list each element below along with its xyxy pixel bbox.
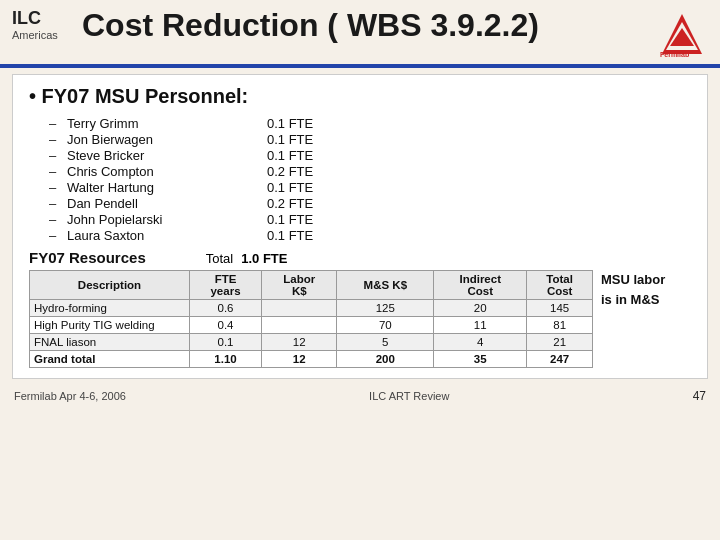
table-cell: 0.1 (190, 334, 262, 351)
footer-left: Fermilab Apr 4-6, 2006 (14, 390, 126, 402)
person-row: –Steve Bricker0.1 FTE (49, 148, 691, 163)
footer: Fermilab Apr 4-6, 2006 ILC ART Review 47 (0, 383, 720, 407)
table-cell: FNAL liason (30, 334, 190, 351)
table-cell: 1.10 (190, 351, 262, 368)
table-row: Grand total1.101220035247 (30, 351, 593, 368)
table-cell: 200 (337, 351, 434, 368)
person-fte: 0.2 FTE (267, 196, 313, 211)
total-fte: 1.0 FTE (241, 251, 287, 266)
table-header-row: DescriptionFTEyearsLaborK$M&S K$Indirect… (30, 271, 593, 300)
person-name: Dan Pendell (67, 196, 267, 211)
table-cell: Grand total (30, 351, 190, 368)
dash-icon: – (49, 132, 67, 147)
table-header-cell: LaborK$ (262, 271, 337, 300)
resources-section: FY07 Resources Total 1.0 FTE Description… (29, 249, 691, 368)
dash-icon: – (49, 116, 67, 131)
table-body: Hydro-forming0.612520145High Purity TIG … (30, 300, 593, 368)
svg-text:Fermilab: Fermilab (660, 51, 689, 58)
table-header-cell: IndirectCost (434, 271, 527, 300)
table-header-cell: FTEyears (190, 271, 262, 300)
table-header-cell: Description (30, 271, 190, 300)
table-cell: 4 (434, 334, 527, 351)
table-cell: 145 (527, 300, 593, 317)
blue-divider (0, 64, 720, 68)
person-row: –Chris Compton0.2 FTE (49, 164, 691, 179)
main-content-box: FY07 MSU Personnel: –Terry Grimm0.1 FTE–… (12, 74, 708, 379)
person-name: Laura Saxton (67, 228, 267, 243)
table-cell: Hydro-forming (30, 300, 190, 317)
person-fte: 0.1 FTE (267, 132, 313, 147)
dash-icon: – (49, 212, 67, 227)
table-cell: 0.4 (190, 317, 262, 334)
table-cell: 0.6 (190, 300, 262, 317)
table-row: FNAL liason0.1125421 (30, 334, 593, 351)
person-row: –Dan Pendell0.2 FTE (49, 196, 691, 211)
person-fte: 0.1 FTE (267, 228, 313, 243)
dash-icon: – (49, 180, 67, 195)
footer-center: ILC ART Review (369, 390, 449, 402)
dash-icon: – (49, 148, 67, 163)
header-org-block: ILC Americas (12, 8, 72, 41)
table-cell: High Purity TIG welding (30, 317, 190, 334)
dash-icon: – (49, 228, 67, 243)
person-name: Steve Bricker (67, 148, 267, 163)
person-fte: 0.2 FTE (267, 164, 313, 179)
person-name: Chris Compton (67, 164, 267, 179)
table-cell: 21 (527, 334, 593, 351)
table-cell: 35 (434, 351, 527, 368)
total-word: Total (206, 251, 233, 266)
table-cell: 20 (434, 300, 527, 317)
table-cell: 81 (527, 317, 593, 334)
table-cell (262, 300, 337, 317)
table-cell (262, 317, 337, 334)
msu-note-line2: is in M&S (601, 291, 691, 309)
person-fte: 0.1 FTE (267, 212, 313, 227)
table-cell: 125 (337, 300, 434, 317)
person-name: John Popielarski (67, 212, 267, 227)
table-cell: 5 (337, 334, 434, 351)
personnel-list: –Terry Grimm0.1 FTE–Jon Bierwagen0.1 FTE… (49, 116, 691, 243)
resources-table-container: FY07 Resources Total 1.0 FTE Description… (29, 249, 593, 368)
person-row: –Jon Bierwagen0.1 FTE (49, 132, 691, 147)
msu-note-line1: MSU labor (601, 271, 691, 289)
org-label: ILC (12, 8, 72, 29)
table-cell: 70 (337, 317, 434, 334)
table-header-cell: M&S K$ (337, 271, 434, 300)
resources-label: FY07 Resources (29, 249, 146, 266)
person-name: Jon Bierwagen (67, 132, 267, 147)
table-header-cell: TotalCost (527, 271, 593, 300)
dash-icon: – (49, 164, 67, 179)
header: ILC Americas Cost Reduction ( WBS 3.9.2.… (0, 0, 720, 64)
section-heading: FY07 MSU Personnel: (29, 85, 691, 108)
fermilab-logo: Fermilab (656, 8, 708, 60)
table-row: Hydro-forming0.612520145 (30, 300, 593, 317)
person-name: Terry Grimm (67, 116, 267, 131)
table-cell: 12 (262, 334, 337, 351)
sub-label: Americas (12, 29, 72, 41)
person-name: Walter Hartung (67, 180, 267, 195)
person-fte: 0.1 FTE (267, 180, 313, 195)
person-row: –Terry Grimm0.1 FTE (49, 116, 691, 131)
table-cell: 11 (434, 317, 527, 334)
table-row: High Purity TIG welding0.4701181 (30, 317, 593, 334)
footer-right: 47 (693, 389, 706, 403)
person-row: –John Popielarski0.1 FTE (49, 212, 691, 227)
person-row: –Laura Saxton0.1 FTE (49, 228, 691, 243)
person-row: –Walter Hartung0.1 FTE (49, 180, 691, 195)
table-cell: 12 (262, 351, 337, 368)
person-fte: 0.1 FTE (267, 116, 313, 131)
person-fte: 0.1 FTE (267, 148, 313, 163)
table-cell: 247 (527, 351, 593, 368)
resources-table: DescriptionFTEyearsLaborK$M&S K$Indirect… (29, 270, 593, 368)
msu-note-block: MSU labor is in M&S (601, 249, 691, 311)
dash-icon: – (49, 196, 67, 211)
page-title: Cost Reduction ( WBS 3.9.2.2) (82, 8, 646, 43)
